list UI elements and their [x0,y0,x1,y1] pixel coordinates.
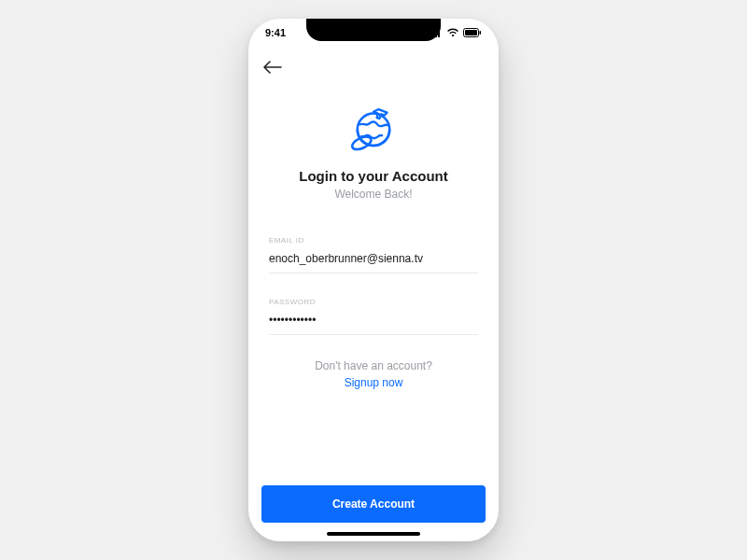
wifi-icon [446,28,459,37]
password-field-group: PASSWORD [269,298,478,335]
phone-frame: 9:41 [248,19,499,541]
globe-travel-icon [346,101,401,155]
topbar [248,50,499,80]
device-notch [306,19,441,41]
back-button[interactable] [263,54,289,80]
svg-point-8 [350,134,373,152]
svg-rect-5 [465,30,477,35]
status-time: 9:41 [265,27,286,38]
home-indicator [327,532,420,536]
password-field[interactable] [269,310,478,335]
page-subtitle: Welcome Back! [334,188,412,201]
arrow-left-icon [263,61,282,74]
signup-question: Don't have an account? [269,359,478,372]
svg-rect-6 [480,31,482,35]
email-field-group: EMAIL ID [269,236,478,273]
email-field[interactable] [269,248,478,273]
page-title: Login to your Account [299,168,447,184]
signup-block: Don't have an account? Signup now [269,359,478,389]
create-account-button[interactable]: Create Account [261,485,486,523]
screen: Login to your Account Welcome Back! EMAI… [248,19,499,541]
hero: Login to your Account Welcome Back! [248,101,499,201]
battery-icon [463,28,482,37]
email-label: EMAIL ID [269,236,478,245]
password-label: PASSWORD [269,298,478,306]
signup-link[interactable]: Signup now [269,376,478,389]
login-form: EMAIL ID PASSWORD Don't have an account?… [248,236,499,389]
